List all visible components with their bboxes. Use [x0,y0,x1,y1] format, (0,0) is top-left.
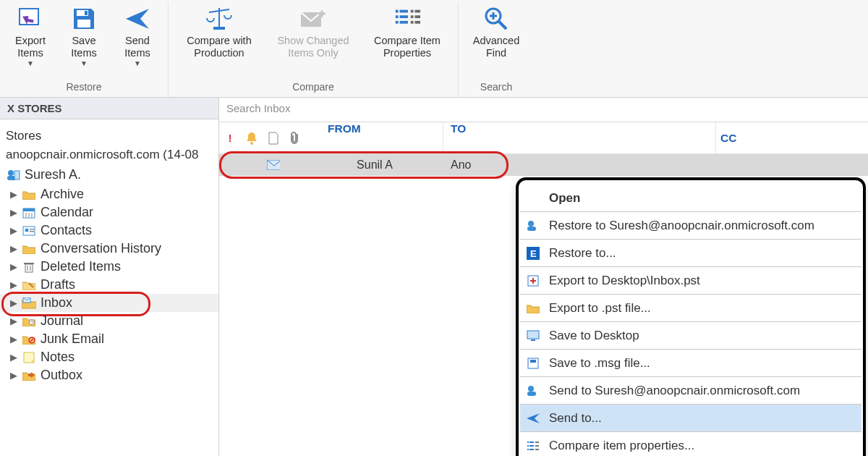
col-icon[interactable] [263,132,284,145]
restore-user-icon [524,219,542,232]
calendar-icon [22,206,36,219]
folder-icon [22,188,36,201]
svg-rect-67 [535,445,539,447]
col-reminder[interactable] [241,131,263,145]
chevron-down-icon: ▼ [134,59,141,67]
drafts-icon [22,279,36,292]
svg-rect-65 [529,449,534,450]
menu-save-to-desktop[interactable]: Save to Desktop [520,322,861,350]
menu-compare-item-properties[interactable]: Compare item properties... [520,432,861,456]
folder-junk-email[interactable]: ▶Junk Email [0,330,218,348]
svg-rect-16 [411,15,414,18]
save-items-button[interactable]: Save Items ▼ [58,2,110,67]
svg-rect-50 [527,227,536,231]
svg-rect-15 [414,10,420,13]
folder-inbox[interactable]: ▶ Inbox [0,294,218,312]
svg-rect-3 [85,11,88,15]
mail-row[interactable]: Sunil A Ano [219,154,868,176]
compare-with-production-button[interactable]: Compare with Production [173,2,265,59]
save-desktop-icon [524,330,542,342]
menu-send-to-address[interactable]: Send to Suresh@anoopcnair.onmicrosoft.co… [520,377,861,405]
page-icon [268,132,278,145]
svg-rect-54 [527,331,539,339]
inbox-icon [22,297,36,310]
chevron-down-icon: ▼ [80,59,88,67]
svg-rect-14 [411,10,414,13]
svg-rect-34 [30,229,34,230]
nav-header: X STORES [0,98,218,119]
send-icon [524,413,542,424]
svg-rect-68 [535,449,539,450]
export-items-button[interactable]: Export Items ▼ [4,2,56,67]
col-from[interactable]: FROM [306,122,443,153]
svg-rect-64 [527,449,529,450]
advanced-find-button[interactable]: Advanced Find [463,2,529,59]
folder-conversation-history[interactable]: ▶Conversation History [0,240,218,258]
folder-notes[interactable]: ▶Notes [0,348,218,366]
nav-pane: X STORES Stores anoopcnair.onmicrosoft.c… [0,98,219,456]
col-attachment[interactable] [284,131,306,145]
svg-rect-6 [213,27,225,30]
folder-drafts[interactable]: ▶Drafts [0,276,218,294]
menu-save-to-msg[interactable]: Save to .msg file... [520,350,861,377]
folder-archive[interactable]: ▶Archive [0,185,218,203]
svg-rect-17 [414,15,420,18]
svg-rect-8 [396,10,399,13]
svg-rect-63 [529,445,534,447]
mail-row-from: Sunil A [306,159,443,172]
properties-icon [524,440,542,452]
svg-point-24 [8,170,14,176]
send-user-icon [524,384,542,397]
mail-item-icon [263,160,284,170]
svg-rect-60 [527,442,529,443]
folder-outbox[interactable]: ▶Outbox [0,366,218,384]
menu-export-to-path[interactable]: Export to Desktop\Inbox.pst [520,267,861,295]
svg-rect-2 [77,20,90,28]
bell-icon [245,131,258,145]
svg-rect-10 [396,15,399,18]
folder-calendar[interactable]: ▶Calendar [0,203,218,221]
folder-contacts[interactable]: ▶Contacts [0,221,218,240]
search-input[interactable]: Search Inbox [219,98,868,122]
mail-row-to: Ano [443,159,868,172]
col-cc[interactable]: CC [716,132,868,145]
menu-export-to-pst[interactable]: Export to .pst file... [520,295,861,322]
svg-rect-9 [400,10,408,13]
ribbon-group-search: Advanced Find Search [459,2,534,97]
menu-restore-to-address[interactable]: Restore to Suresh@anoopcnair.onmicrosoft… [520,212,861,240]
menu-send-to[interactable]: Send to... [520,405,861,432]
show-changed-items-label: Show Changed Items Only [277,35,349,59]
send-items-button[interactable]: Send Items ▼ [111,2,163,67]
chevron-down-icon: ▼ [27,59,34,67]
svg-rect-66 [535,442,539,443]
menu-open[interactable]: Open [520,185,861,212]
col-to[interactable]: TO [443,122,716,153]
magnifier-plus-icon [482,4,511,34]
outbox-icon [22,369,36,382]
menu-restore-to[interactable]: ERestore to... [520,240,861,267]
svg-rect-0 [20,9,38,25]
context-menu: Open Restore to Suresh@anoopcnair.onmicr… [516,177,866,456]
svg-point-33 [25,228,29,232]
ribbon-group-compare: Compare with Production Show Changed Ite… [169,2,459,97]
compare-item-properties-button[interactable]: Compare Item Properties [361,2,454,59]
svg-point-58 [528,386,534,392]
svg-point-47 [250,142,253,145]
compare-with-production-label: Compare with Production [187,35,251,59]
send-items-label: Send Items [124,35,150,59]
column-header-row: ! FROM TO CC [219,122,868,154]
mail-sparkle-icon [299,4,328,34]
folder-journal[interactable]: ▶Journal [0,312,218,330]
svg-rect-28 [23,208,35,211]
svg-rect-61 [529,442,534,443]
svg-rect-36 [25,264,33,272]
account-name[interactable]: anoopcnair.onmicrosoft.com (14-08 [0,145,218,164]
ribbon: Export Items ▼ Save Items ▼ Send Items ▼… [0,0,868,98]
svg-rect-13 [400,21,408,24]
save-icon [69,4,98,34]
folder-deleted-items[interactable]: ▶Deleted Items [0,258,218,276]
user-node[interactable]: Suresh A. [0,164,218,185]
export-file-icon [524,274,542,287]
col-importance[interactable]: ! [219,132,241,145]
importance-icon: ! [228,132,231,145]
